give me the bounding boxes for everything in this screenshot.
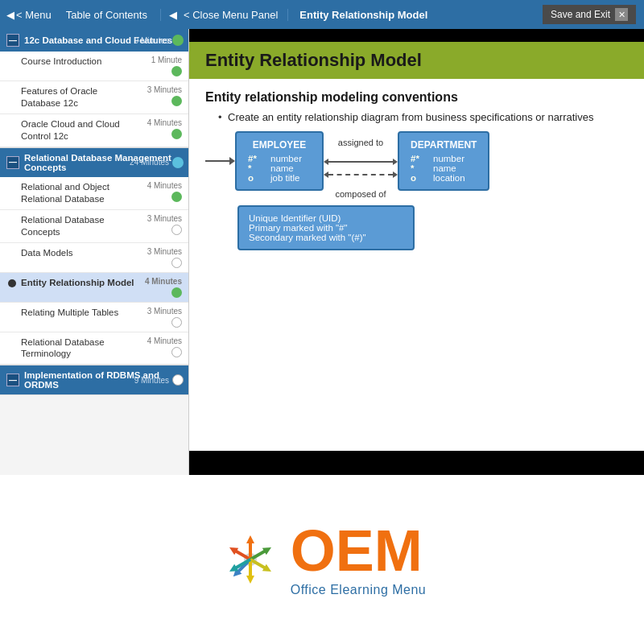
main-container: — 12c Database and Cloud Features 9 Minu… [0, 29, 644, 475]
oem-logo: OEM Office Elearning Menu [218, 522, 427, 597]
current-item-bullet [8, 279, 16, 287]
employee-attr-3: o job title [248, 173, 311, 183]
svg-marker-12 [246, 576, 254, 584]
sidebar-section-header-3[interactable]: — Implementation of RDBMS and ORDMS 9 Mi… [0, 365, 188, 394]
employee-sym-1: #* [248, 154, 264, 163]
sidebar-item-features-12c[interactable]: Features of Oracle Database 12c 3 Minute… [0, 81, 188, 114]
item-course-intro-label: Course Introduction [21, 56, 138, 68]
department-attr-name-1: number [433, 154, 464, 163]
top-bar: ◀ < Menu Table of Contents ◀ < Close Men… [0, 0, 644, 29]
section-collapse-icon-2: — [6, 156, 19, 169]
item-features-12c-status [171, 96, 182, 106]
sidebar-section-header-1[interactable]: — 12c Database and Cloud Features 9 Minu… [0, 29, 188, 52]
arrow1-label: assigned to [338, 138, 383, 147]
item-relational-concepts-status [171, 225, 182, 235]
department-attr-name-3: location [433, 173, 465, 183]
item-er-model-duration: 4 Minutes [142, 277, 182, 286]
item-relational-concepts-duration: 3 Minutes [142, 214, 182, 223]
top-black-bar [189, 29, 644, 42]
department-sym-1: #* [411, 154, 427, 163]
uid-box: Unique Identifier (UID) Primary marked w… [237, 205, 415, 250]
menu-label[interactable]: < Menu [16, 9, 52, 21]
item-db-terminology-duration: 4 Minutes [142, 336, 182, 345]
department-attr-3: o location [411, 173, 477, 183]
sidebar-item-relational-concepts[interactable]: Relational Database Concepts 3 Minutes [0, 210, 188, 243]
toc-label[interactable]: Table of Contents [60, 9, 154, 21]
item-db-terminology-label: Relational Database Terminology [21, 336, 138, 361]
item-er-model-status [171, 287, 182, 298]
slide-header: Entity Relationship Model [189, 42, 644, 79]
left-arrow-line [205, 160, 229, 162]
item-data-models-duration: 3 Minutes [142, 247, 182, 256]
arrow-head-right [229, 157, 235, 165]
department-attr-name-2: name [433, 163, 456, 173]
sidebar-item-data-models[interactable]: Data Models 3 Minutes [0, 243, 188, 273]
slide-subtitle: Entity relationship modeling conventions [205, 90, 628, 105]
sidebar-item-relational-object[interactable]: Relational and Object Relational Databas… [0, 177, 188, 210]
close-panel-arrow-icon: ◀ [169, 9, 177, 21]
slide-header-title: Entity Relationship Model [205, 50, 422, 70]
content-area: Entity Relationship Model Entity relatio… [189, 29, 644, 475]
arrows-group [324, 159, 398, 178]
sidebar-section-header-2[interactable]: — Relational Database Management Concept… [0, 148, 188, 177]
item-relational-object-label: Relational and Object Relational Databas… [21, 181, 138, 205]
employee-attr-name-1: number [270, 154, 302, 163]
sidebar-section-1: — 12c Database and Cloud Features 9 Minu… [0, 29, 188, 148]
menu-section[interactable]: ◀ < Menu Table of Contents [0, 9, 161, 21]
sidebar-item-course-intro[interactable]: Course Introduction 1 Minute [0, 52, 188, 81]
close-menu-panel-btn[interactable]: ◀ < Close Menu Panel [169, 9, 288, 21]
close-x-icon: ✕ [615, 8, 628, 21]
sidebar-item-er-model[interactable]: Entity Relationship Model 4 Minutes [0, 273, 188, 303]
employee-entity: EMPLOYEE #* number * name o job title [235, 131, 324, 191]
section-collapse-icon-1: — [6, 34, 19, 47]
sidebar-item-oracle-cloud[interactable]: Oracle Cloud and Cloud Control 12c 4 Min… [0, 114, 188, 147]
section-1-status-icon [172, 35, 184, 46]
item-data-models-label: Data Models [21, 247, 138, 259]
employee-sym-3: o [248, 173, 264, 183]
close-panel-label[interactable]: < Close Menu Panel [184, 9, 278, 21]
item-data-models-status [171, 258, 182, 268]
slide-body: Entity relationship modeling conventions… [189, 79, 644, 451]
watermark-area: OEM Office Elearning Menu [0, 475, 644, 644]
sidebar-item-db-terminology[interactable]: Relational Database Terminology 4 Minute… [0, 332, 188, 365]
menu-arrow-icon: ◀ [6, 9, 14, 21]
item-er-model-label: Entity Relationship Model [21, 277, 138, 289]
item-relating-tables-duration: 3 Minutes [142, 307, 182, 316]
item-course-intro-duration: 1 Minute [142, 56, 182, 64]
sidebar-item-relating-tables[interactable]: Relating Multiple Tables 3 Minutes [0, 303, 188, 332]
svg-marker-6 [246, 535, 254, 543]
employee-attr-name-2: name [270, 163, 294, 173]
er-diagram: EMPLOYEE #* number * name o job title [205, 131, 628, 199]
department-entity: DEPARTMENT #* number * name o location [398, 131, 489, 191]
employee-attr-1: #* number [248, 154, 311, 163]
oem-icon [218, 527, 283, 592]
content-nav: ◀ < Close Menu Panel Entity Relationship… [161, 5, 644, 24]
arrow2-label: composed of [336, 189, 386, 199]
dashed-arrow [324, 171, 398, 178]
bottom-black-bar [189, 451, 644, 475]
employee-attr-2: * name [248, 163, 311, 173]
sidebar-section-3: — Implementation of RDBMS and ORDMS 9 Mi… [0, 365, 188, 395]
department-sym-3: o [411, 173, 427, 183]
section-2-duration: 24 Minutes [130, 158, 169, 167]
employee-attr-name-3: job title [270, 173, 299, 183]
item-relational-object-duration: 4 Minutes [142, 181, 182, 190]
employee-sym-2: * [248, 163, 264, 173]
save-exit-button[interactable]: Save and Exit ✕ [543, 5, 636, 24]
item-features-12c-label: Features of Oracle Database 12c [21, 85, 138, 109]
department-sym-2: * [411, 163, 427, 173]
item-oracle-cloud-label: Oracle Cloud and Cloud Control 12c [21, 118, 138, 142]
section-2-status-icon [172, 157, 184, 168]
item-relational-concepts-label: Relational Database Concepts [21, 214, 138, 238]
sidebar: — 12c Database and Cloud Features 9 Minu… [0, 29, 189, 475]
department-attr-1: #* number [411, 154, 477, 163]
employee-entity-title: EMPLOYEE [248, 139, 311, 151]
section-1-duration: 9 Minutes [134, 36, 169, 45]
er-left-side [205, 131, 235, 168]
left-arrow-area [205, 157, 235, 165]
item-relating-tables-label: Relating Multiple Tables [21, 307, 138, 319]
item-oracle-cloud-status [171, 129, 182, 139]
sidebar-section-2: — Relational Database Management Concept… [0, 148, 188, 366]
uid-line1: Unique Identifier (UID) [249, 213, 403, 223]
uid-line3: Secondary marked with "(#)" [249, 233, 403, 242]
